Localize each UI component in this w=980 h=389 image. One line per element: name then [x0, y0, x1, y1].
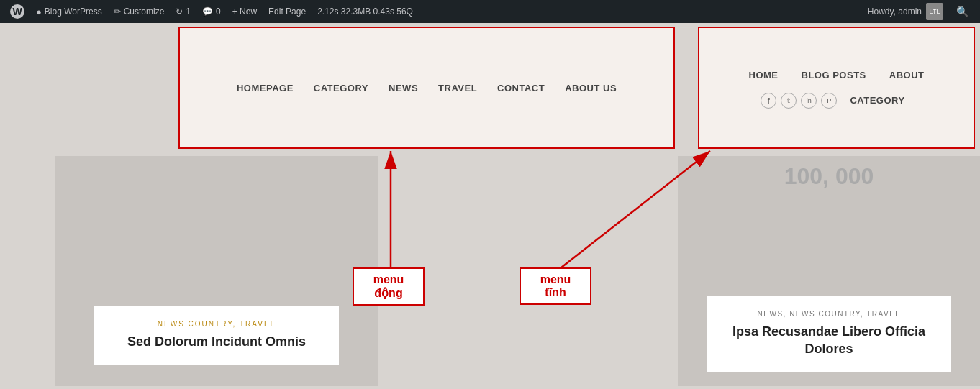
- annotation-static-line1: menu: [528, 273, 583, 286]
- annotation-dynamic-line2: động: [361, 286, 416, 300]
- right-nav-menu: HOME BLOG POSTS ABOUT f 𝕥 in P CATEGORY: [699, 57, 974, 119]
- search-icon[interactable]: 🔍: [950, 6, 974, 17]
- nav-item-news[interactable]: NEWS: [378, 77, 428, 99]
- admin-bar-right: Howdy, admin LTL 🔍: [863, 3, 974, 20]
- howdy-menu[interactable]: Howdy, admin LTL: [863, 3, 948, 20]
- facebook-icon[interactable]: f: [761, 93, 776, 109]
- updates-link[interactable]: ↻ 1: [171, 0, 195, 23]
- card-left-category: NEWS COUNTRY, TRAVEL: [116, 320, 317, 328]
- nav-box-left: HOMEPAGE CATEGORY NEWS TRAVEL CONTACT AB…: [178, 27, 675, 149]
- pinterest-icon[interactable]: P: [821, 93, 837, 109]
- edit-page-link[interactable]: Edit Page: [264, 0, 310, 23]
- annotation-static-line2: tĩnh: [528, 286, 583, 299]
- nav-item-homepage[interactable]: HOMEPAGE: [227, 77, 304, 99]
- card-right-text-box: NEWS, NEWS COUNTRY, TRAVEL Ipsa Recusand…: [707, 296, 951, 372]
- customize-link[interactable]: ✏ Customize: [109, 0, 169, 23]
- social-icons: f 𝕥 in P: [761, 93, 837, 109]
- nav-box-right: HOME BLOG POSTS ABOUT f 𝕥 in P CATEGORY: [698, 27, 975, 149]
- nav-item-travel[interactable]: TRAVEL: [428, 77, 487, 99]
- card-right-title: Ipsa Recusandae Libero Officia Dolores: [728, 324, 930, 357]
- card-right: 100, 000 NEWS, NEWS COUNTRY, TRAVEL Ipsa…: [678, 156, 980, 386]
- twitter-icon[interactable]: 𝕥: [781, 93, 797, 109]
- nav-item-category-right[interactable]: CATEGORY: [840, 89, 915, 111]
- page-content: HOMEPAGE CATEGORY NEWS TRAVEL CONTACT AB…: [0, 23, 980, 389]
- nav-item-category[interactable]: CATEGORY: [304, 77, 378, 99]
- left-nav-menu: HOMEPAGE CATEGORY NEWS TRAVEL CONTACT AB…: [212, 70, 641, 106]
- nav-item-about[interactable]: ABOUT: [879, 64, 935, 86]
- performance-info: 2.12s 32.3MB 0.43s 56Q: [313, 0, 417, 23]
- comments-link[interactable]: 💬 0: [198, 0, 225, 23]
- wp-icon: W: [10, 4, 24, 19]
- annotation-static-menu: menu tĩnh: [520, 267, 591, 305]
- user-avatar: LTL: [926, 3, 943, 20]
- annotation-dynamic-line1: menu: [361, 273, 416, 286]
- admin-bar: W ● Blog WorPress ✏ Customize ↻ 1 💬 0 + …: [0, 0, 980, 23]
- nav-item-contact[interactable]: CONTACT: [487, 77, 555, 99]
- nav-item-about-us[interactable]: ABOUT US: [555, 77, 627, 99]
- linkedin-icon[interactable]: in: [801, 93, 817, 109]
- card-right-numbers: 100, 000: [784, 163, 874, 190]
- card-right-category: NEWS, NEWS COUNTRY, TRAVEL: [728, 310, 930, 318]
- card-left-title: Sed Dolorum Incidunt Omnis: [116, 334, 317, 350]
- nav-item-blog-posts[interactable]: BLOG POSTS: [791, 64, 876, 86]
- card-left-text-box: NEWS COUNTRY, TRAVEL Sed Dolorum Incidun…: [94, 306, 339, 365]
- annotation-dynamic-menu: menu động: [353, 267, 425, 306]
- blog-name[interactable]: ● Blog WorPress: [32, 0, 106, 23]
- wp-logo[interactable]: W: [6, 0, 29, 23]
- new-link[interactable]: + New: [228, 0, 261, 23]
- card-left: NEWS COUNTRY, TRAVEL Sed Dolorum Incidun…: [55, 156, 378, 386]
- nav-item-home[interactable]: HOME: [739, 64, 789, 86]
